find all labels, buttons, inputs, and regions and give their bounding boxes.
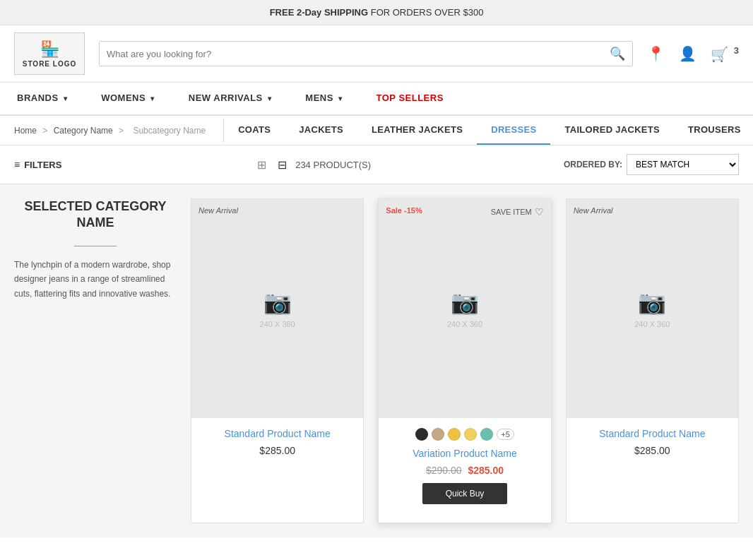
save-item-heart-icon: ♡ (535, 206, 544, 218)
breadcrumb-subcategory: Subcategory Name (133, 126, 206, 136)
color-swatch-light-yellow[interactable] (464, 428, 477, 441)
nav-item-top-sellers[interactable]: TOP SELLERS (374, 83, 446, 114)
toolbar: ≡ FILTERS ⊞ ⊟ 234 PRODUCT(S) ORDERED BY:… (0, 145, 753, 184)
tab-trousers[interactable]: TROUSERS (674, 116, 753, 145)
womens-arrow-icon: ▾ (150, 95, 155, 102)
header: 🏪 STORE LOGO 🔍 📍 👤 🛒 3 (0, 25, 753, 83)
filter-icon: ≡ (14, 159, 20, 170)
store-logo[interactable]: 🏪 STORE LOGO (14, 32, 85, 75)
color-swatch-black[interactable] (415, 428, 428, 441)
product-1-badge: New Arrival (198, 206, 238, 215)
main-content: SELECTED CATEGORY NAME The lynchpin of a… (0, 184, 753, 537)
cart-count: 3 (734, 45, 739, 56)
product-1-image: 📷 240 X 360 (191, 199, 363, 418)
breadcrumb-sep-1: > (42, 126, 49, 136)
nav-item-womens[interactable]: WOMENS ▾ (98, 83, 158, 114)
breadcrumb-home[interactable]: Home (14, 126, 37, 136)
category-tabs: COATS JACKETS LEATHER JACKETS DRESSES TA… (224, 116, 753, 145)
account-icon: 👤 (679, 46, 696, 61)
nav-item-mens[interactable]: MENS ▾ (302, 83, 345, 114)
sidebar-divider (74, 246, 117, 246)
product-2-image-dims: 240 X 360 (447, 320, 482, 328)
nav-item-brands[interactable]: BRANDS ▾ (14, 83, 70, 114)
product-3-name[interactable]: Standard Product Name (575, 428, 730, 439)
grid-view-button[interactable]: ⊞ (254, 157, 269, 173)
account-button[interactable]: 👤 (679, 45, 696, 62)
location-icon: 📍 (647, 46, 665, 61)
sidebar: SELECTED CATEGORY NAME The lynchpin of a… (14, 198, 177, 523)
save-item-label: SAVE ITEM (491, 208, 532, 216)
product-1-name[interactable]: Standard Product Name (200, 428, 355, 439)
tab-jackets[interactable]: JACKETS (285, 116, 357, 145)
breadcrumb-row: Home > Category Name > Subcategory Name … (0, 116, 753, 145)
nav-item-new-arrivals[interactable]: NEW ARRIVALS ▾ (186, 83, 275, 114)
mens-arrow-icon: ▾ (338, 95, 343, 102)
new-arrivals-arrow-icon: ▾ (268, 95, 272, 102)
sidebar-description: The lynchpin of a modern wardrobe, shop … (14, 258, 177, 301)
brands-arrow-icon: ▾ (64, 95, 68, 102)
product-3-info: Standard Product Name $285.00 (567, 418, 738, 466)
grid-view-icon: ⊞ (257, 159, 266, 171)
product-3-price: $285.00 (575, 445, 730, 456)
location-button[interactable]: 📍 (647, 45, 665, 62)
store-logo-icon: 🏪 (40, 40, 59, 59)
product-2-info: +5 Variation Product Name $290.00 $285.0… (379, 418, 550, 514)
product-count: 234 PRODUCT(S) (295, 160, 371, 170)
breadcrumb-category[interactable]: Category Name (54, 126, 113, 136)
breadcrumb: Home > Category Name > Subcategory Name (0, 119, 224, 143)
search-bar: 🔍 (99, 41, 633, 66)
search-button[interactable]: 🔍 (610, 46, 625, 61)
product-2-sale-price: $285.00 (468, 465, 504, 476)
product-1-image-dims: 240 X 360 (260, 320, 295, 328)
filters-button[interactable]: ≡ FILTERS (14, 159, 61, 170)
product-card-3[interactable]: New Arrival 📷 240 X 360 Standard Product… (566, 198, 739, 523)
list-view-icon: ⊟ (278, 159, 287, 171)
sidebar-category-title: SELECTED CATEGORY NAME (14, 198, 177, 232)
color-swatch-tan[interactable] (432, 428, 444, 441)
quick-buy-button[interactable]: Quick Buy (422, 483, 507, 504)
list-view-button[interactable]: ⊟ (275, 157, 290, 173)
product-2-sale-badge: Sale -15% (386, 206, 422, 215)
products-grid: New Arrival 📷 240 X 360 Standard Product… (191, 198, 739, 523)
header-icons: 📍 👤 🛒 3 (647, 45, 739, 63)
order-by-wrap: ORDERED BY: BEST MATCH PRICE LOW TO HIGH… (564, 154, 739, 175)
product-2-name[interactable]: Variation Product Name (387, 448, 542, 459)
save-item-button[interactable]: SAVE ITEM ♡ (491, 206, 544, 218)
product-2-price: $290.00 $285.00 (387, 465, 542, 476)
filter-label: FILTERS (24, 160, 61, 170)
product-2-colors: +5 (387, 428, 542, 441)
product-1-info: Standard Product Name $285.00 (191, 418, 363, 466)
camera-icon: 📷 (263, 289, 292, 316)
product-3-image: 📷 240 X 360 (567, 199, 738, 418)
search-input[interactable] (107, 49, 610, 59)
product-card-2[interactable]: Sale -15% SAVE ITEM ♡ 📷 240 X 360 +5 Var… (378, 198, 551, 523)
color-more-count[interactable]: +5 (497, 429, 514, 440)
product-2-image: 📷 240 X 360 (379, 199, 550, 418)
product-2-original-price: $290.00 (426, 465, 462, 476)
product-1-price: $285.00 (200, 445, 355, 456)
cart-button[interactable]: 🛒 3 (711, 45, 739, 63)
main-nav: BRANDS ▾ WOMENS ▾ NEW ARRIVALS ▾ MENS ▾ … (0, 83, 753, 116)
toolbar-center: ⊞ ⊟ 234 PRODUCT(S) (61, 157, 564, 173)
tab-leather-jackets[interactable]: LEATHER JACKETS (357, 116, 477, 145)
top-banner: FREE 2-Day SHIPPING FOR ORDERS OVER $300 (0, 0, 753, 25)
order-label: ORDERED BY: (564, 160, 622, 169)
tab-dresses[interactable]: DRESSES (477, 116, 550, 145)
cart-icon: 🛒 (711, 46, 728, 61)
camera-icon-3: 📷 (638, 289, 666, 316)
product-3-badge: New Arrival (574, 206, 613, 215)
product-card-1[interactable]: New Arrival 📷 240 X 360 Standard Product… (191, 198, 364, 523)
banner-shipping-bold: FREE 2-Day SHIPPING (270, 7, 368, 18)
color-swatch-yellow[interactable] (448, 428, 461, 441)
camera-icon-2: 📷 (451, 289, 479, 316)
tab-tailored-jackets[interactable]: TAILORED JACKETS (550, 116, 674, 145)
store-logo-text: STORE LOGO (23, 60, 77, 68)
order-select[interactable]: BEST MATCH PRICE LOW TO HIGH PRICE HIGH … (627, 154, 739, 175)
product-3-image-dims: 240 X 360 (634, 320, 670, 328)
tab-coats[interactable]: COATS (224, 116, 285, 145)
color-swatch-teal[interactable] (480, 428, 493, 441)
banner-text: FREE 2-Day SHIPPING FOR ORDERS OVER $300 (270, 7, 484, 18)
breadcrumb-sep-2: > (119, 126, 126, 136)
